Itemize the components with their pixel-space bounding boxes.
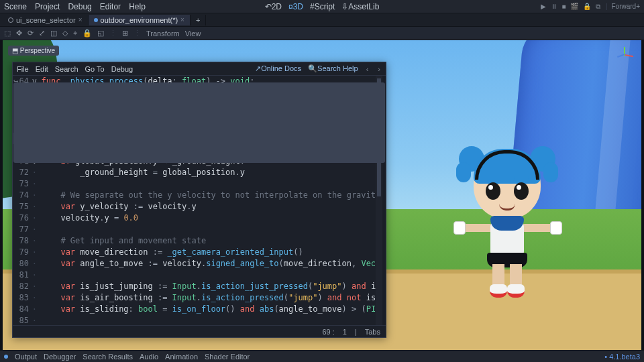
bottom-panel-output[interactable]: Output [15,353,37,361]
search-help-link[interactable]: 🔍Search Help [308,64,358,73]
viewport-3d[interactable]: ⬒ Perspective File Edit Search Go To Deb… [0,40,644,350]
character-model [453,149,561,310]
bottom-panel-bar: OutputDebuggerSearch ResultsAudioAnimati… [0,350,644,362]
workspace-tab-script[interactable]: #Script [310,2,335,11]
menu-help[interactable]: Help [129,2,146,11]
stop-icon[interactable]: ■ [560,3,567,10]
tool-icon[interactable]: ◇ [62,29,68,38]
remote-icon[interactable]: 🔒 [582,3,592,10]
new-scene-button[interactable]: + [191,15,206,25]
transform-menu[interactable]: Transform [146,29,180,38]
nav-back-icon[interactable]: ‹ [365,65,370,73]
script-menu-goto[interactable]: Go To [85,65,105,73]
playback-controls: ▶ ⏸ ■ 🎬 🔒 ⧉ [539,3,602,11]
menu-project[interactable]: Project [35,2,60,11]
close-icon[interactable]: × [78,16,83,23]
lock-icon[interactable]: 🔒 [83,29,92,38]
pause-icon[interactable]: ⏸ [549,3,559,10]
viewport-toolbar: ⬚ ✥ ⟳ ⤢ ◫ ◇ ⌖ 🔒 ◱ ⋮ ⊞ ⋮ Transform View [0,27,644,40]
workspace-tab-2d[interactable]: ↶2D [265,2,282,11]
workspace-tab-assetlib[interactable]: ⇩AssetLib [341,2,379,11]
scrollbar[interactable] [382,76,386,325]
tool-icon[interactable]: ⌖ [73,29,77,38]
perspective-toggle[interactable]: ⬒ Perspective [8,46,59,56]
script-menu-edit[interactable]: Edit [36,65,48,73]
view-menu[interactable]: View [185,29,201,38]
nav-fwd-icon[interactable]: › [376,65,382,73]
render-mode-dropdown[interactable]: Forward+ [611,3,640,10]
bottom-panel-audio[interactable]: Audio [140,353,158,361]
script-menu-file[interactable]: File [17,65,29,73]
cursor-line: 69 : [322,328,334,336]
build-icon[interactable]: ⧉ [594,3,602,10]
scene-tab[interactable]: outdoor_environment(*)× [89,15,191,25]
move-tool-icon[interactable]: ✥ [16,29,22,38]
output-indicator-icon [4,355,8,359]
script-menu-debug[interactable]: Debug [111,65,133,73]
menu-scene[interactable]: Scene [4,2,27,11]
scale-tool-icon[interactable]: ⤢ [39,29,45,38]
snap-icon[interactable]: ⊞ [122,29,128,38]
workspace-tab-3d[interactable]: ¤3D [288,2,303,11]
play-icon[interactable]: ▶ [539,3,547,10]
group-icon[interactable]: ◱ [97,29,104,38]
script-editor-panel: File Edit Search Go To Debug ↗Online Doc… [12,62,386,338]
bottom-panel-debugger[interactable]: Debugger [44,353,76,361]
tool-icon[interactable]: ◫ [50,29,57,38]
menu-debug[interactable]: Debug [68,2,91,11]
play-scene-icon[interactable]: 🎬 [569,3,580,10]
script-menu-search[interactable]: Search [55,65,78,73]
bottom-panel-animation[interactable]: Animation [165,353,198,361]
code-editor[interactable]: ↪ 64656667686970717273747576777879808182… [13,76,386,325]
main-menubar: SceneProjectDebugEditorHelp ↶2D¤3D#Scrip… [0,0,644,13]
orientation-gizmo[interactable] [614,46,635,66]
select-tool-icon[interactable]: ⬚ [4,29,11,38]
bottom-panel-search-results[interactable]: Search Results [83,353,133,361]
rotate-tool-icon[interactable]: ⟳ [28,29,34,38]
bottom-panel-shader-editor[interactable]: Shader Editor [205,353,250,361]
close-icon[interactable]: × [180,16,184,23]
scene-tab[interactable]: ui_scene_selector× [3,15,89,25]
version-label: • 4.1.beta3 [604,353,640,361]
scene-tab-bar: ui_scene_selector×outdoor_environment(*)… [0,13,644,27]
script-status-bar: 69 : 1 | Tabs [13,325,386,337]
indent-mode[interactable]: Tabs [365,328,380,336]
menu-editor[interactable]: Editor [100,2,121,11]
cursor-col: 1 [343,328,347,336]
online-docs-link[interactable]: ↗Online Docs [255,64,301,73]
